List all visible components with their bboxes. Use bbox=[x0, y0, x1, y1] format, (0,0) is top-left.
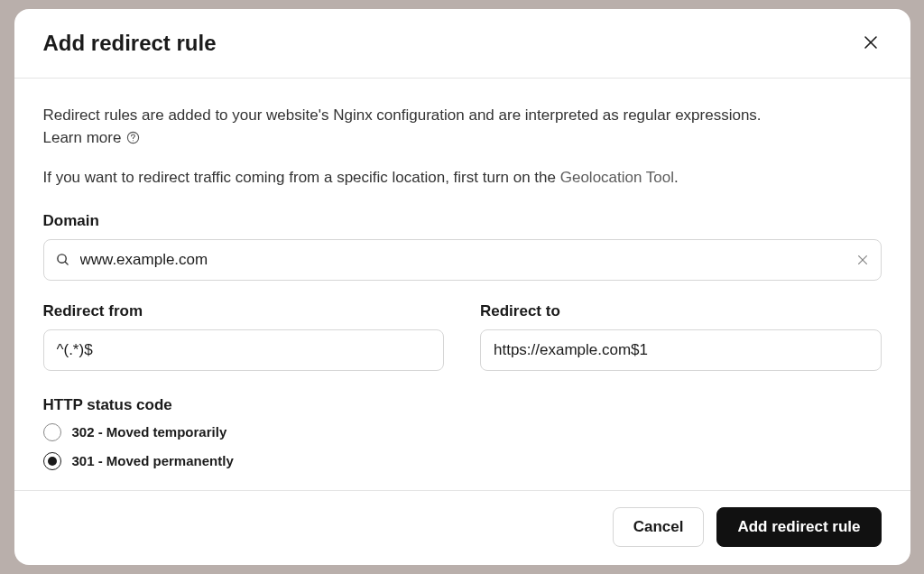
status-code-group: HTTP status code 302 - Moved temporarily… bbox=[43, 396, 882, 470]
geo-note-suffix: . bbox=[674, 169, 679, 186]
redirect-to-input[interactable] bbox=[480, 329, 882, 371]
svg-line-5 bbox=[65, 262, 68, 264]
domain-label: Domain bbox=[43, 212, 882, 230]
redirect-to-group: Redirect to bbox=[480, 302, 882, 371]
radio-icon bbox=[43, 452, 61, 470]
redirect-from-label: Redirect from bbox=[43, 302, 445, 320]
redirect-from-group: Redirect from bbox=[43, 302, 445, 371]
clear-icon[interactable] bbox=[856, 254, 869, 266]
geo-note: If you want to redirect traffic coming f… bbox=[43, 169, 882, 187]
domain-input[interactable] bbox=[43, 239, 882, 281]
svg-point-3 bbox=[133, 140, 134, 141]
radio-302[interactable]: 302 - Moved temporarily bbox=[43, 423, 882, 441]
modal-body: Redirect rules are added to your website… bbox=[14, 79, 910, 490]
add-redirect-rule-modal: Add redirect rule Redirect rules are add… bbox=[14, 9, 910, 565]
modal-footer: Cancel Add redirect rule bbox=[14, 490, 910, 565]
learn-more-row: Learn more bbox=[43, 129, 882, 147]
modal-title: Add redirect rule bbox=[43, 31, 217, 56]
search-icon bbox=[56, 253, 69, 266]
add-redirect-rule-button[interactable]: Add redirect rule bbox=[716, 507, 881, 547]
radio-302-label: 302 - Moved temporarily bbox=[72, 424, 227, 440]
geo-note-prefix: If you want to redirect traffic coming f… bbox=[43, 169, 560, 186]
radio-icon bbox=[43, 423, 61, 441]
status-code-label: HTTP status code bbox=[43, 396, 882, 414]
redirect-from-input[interactable] bbox=[43, 329, 445, 371]
learn-more-link[interactable]: Learn more bbox=[43, 129, 122, 147]
radio-301[interactable]: 301 - Moved permanently bbox=[43, 452, 882, 470]
redirect-fields-row: Redirect from Redirect to bbox=[43, 302, 882, 371]
redirect-to-label: Redirect to bbox=[480, 302, 882, 320]
domain-search-wrap bbox=[43, 239, 882, 281]
description-text: Redirect rules are added to your website… bbox=[43, 104, 882, 127]
geolocation-tool-link[interactable]: Geolocation Tool bbox=[560, 169, 674, 186]
cancel-button[interactable]: Cancel bbox=[613, 507, 705, 547]
domain-field-group: Domain bbox=[43, 212, 882, 281]
modal-header: Add redirect rule bbox=[14, 9, 910, 79]
close-button[interactable] bbox=[860, 32, 882, 56]
radio-301-label: 301 - Moved permanently bbox=[72, 453, 234, 468]
help-icon bbox=[126, 131, 140, 144]
close-icon bbox=[864, 35, 878, 52]
